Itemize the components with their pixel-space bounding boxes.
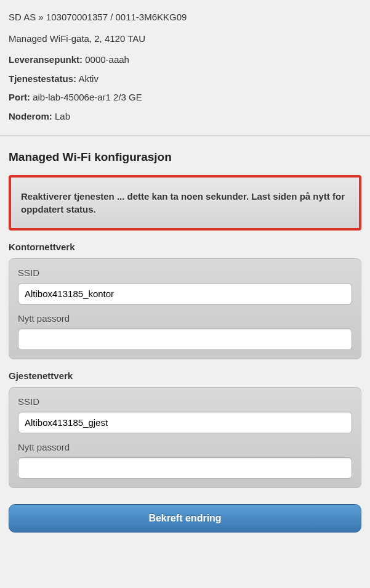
confirm-button[interactable]: Bekreft endring	[9, 504, 361, 533]
header-block: SD AS » 103070001357 / 0011-3M6KKG09 Man…	[0, 0, 370, 135]
info-noderom: Noderom: Lab	[9, 108, 361, 126]
guest-group-label: Gjestenettverk	[9, 370, 361, 381]
config-title: Managed Wi-Fi konfigurasjon	[9, 150, 361, 164]
breadcrumb: SD AS » 103070001357 / 0011-3M6KKG09	[9, 9, 361, 27]
noderom-label: Noderom:	[9, 111, 52, 121]
guest-ssid-input[interactable]	[18, 412, 352, 433]
port-label: Port:	[9, 92, 30, 102]
port-value: aib-lab-45006e-ar1 2/3 GE	[30, 92, 142, 102]
leveransepunkt-label: Leveransepunkt:	[9, 54, 82, 65]
office-ssid-label: SSID	[18, 267, 352, 278]
info-leveransepunkt: Leveransepunkt: 0000-aaah	[9, 51, 361, 69]
info-port: Port: aib-lab-45006e-ar1 2/3 GE	[9, 89, 361, 107]
tjenestestatus-value: Aktiv	[76, 73, 99, 84]
status-alert: Reaktiverer tjenesten ... dette kan ta n…	[9, 175, 361, 231]
office-password-label: Nytt passord	[18, 313, 352, 324]
content: Managed Wi-Fi konfigurasjon Reaktiverer …	[0, 136, 370, 553]
tjenestestatus-label: Tjenestestatus:	[9, 73, 76, 84]
office-password-input[interactable]	[18, 329, 352, 350]
info-tjenestestatus: Tjenestestatus: Aktiv	[9, 70, 361, 88]
office-group-label: Kontornettverk	[9, 242, 361, 252]
guest-password-input[interactable]	[18, 457, 352, 479]
guest-password-label: Nytt passord	[18, 442, 352, 452]
noderom-value: Lab	[52, 111, 70, 121]
guest-panel: SSID Nytt passord	[9, 387, 361, 488]
address-line: Managed WiFi-gata, 2, 4120 TAU	[9, 30, 361, 48]
guest-ssid-label: SSID	[18, 396, 352, 407]
leveransepunkt-value: 0000-aaah	[82, 54, 129, 65]
office-panel: SSID Nytt passord	[9, 258, 361, 359]
office-ssid-input[interactable]	[18, 283, 352, 304]
